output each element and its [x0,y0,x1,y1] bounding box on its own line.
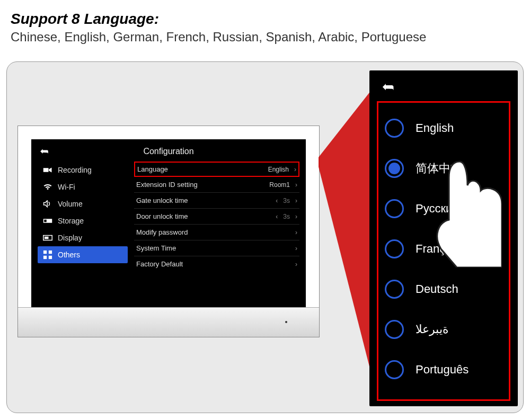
storage-icon [43,217,52,225]
settings-list: Language English › Extension ID setting … [128,162,299,294]
row-label: Factory Default [136,260,183,268]
sidebar-item-label: Storage [58,217,84,225]
language-option-portuguese[interactable]: Português [385,350,502,390]
language-option-chinese[interactable]: 简体中文 [385,148,502,189]
radio-icon [385,239,404,258]
back-icon[interactable]: ➦ [40,145,49,157]
row-label: Door unlock time [136,212,188,220]
sidebar-item-others[interactable]: Others [38,246,128,263]
svg-rect-1 [44,220,47,222]
radio-icon [385,280,404,299]
row-label: Extension ID setting [136,181,198,189]
row-extension[interactable]: Extension ID setting Room1 › [134,177,299,193]
row-gate[interactable]: Gate unlock time ‹ 3s › [134,193,299,209]
language-option-german[interactable]: Deutsch [385,269,502,309]
svg-rect-5 [49,251,52,254]
language-label: Deutsch [416,282,458,296]
chevron-right-icon[interactable]: › [295,197,297,204]
radio-icon [385,199,404,218]
language-label: Português [416,363,469,377]
grid-icon [43,251,52,258]
radio-icon [385,320,404,339]
device-bezel [18,307,319,337]
chevron-right-icon: › [295,229,297,236]
callout-wedge [319,83,377,396]
chevron-left-icon[interactable]: ‹ [276,213,278,220]
chevron-right-icon: › [295,245,297,252]
svg-marker-8 [319,83,377,396]
radio-icon [385,119,404,138]
chevron-right-icon: › [295,261,297,268]
language-label: ةيبرعلا [416,323,449,336]
sidebar-item-display[interactable]: Display [38,229,128,246]
svg-rect-3 [45,237,49,239]
page-subtitle: Chinese, English, German, French, Russia… [11,30,519,44]
chevron-right-icon[interactable]: › [295,213,297,220]
page-title: Support 8 Language: [11,11,519,28]
language-option-russian[interactable]: Русский [385,189,502,229]
language-option-arabic[interactable]: ةيبرعلا [385,309,502,350]
sidebar: Recording Wi-Fi Volume [38,162,128,294]
svg-rect-6 [43,256,47,259]
device-screen: ➦ Configuration Recording Wi-Fi [31,139,306,308]
sidebar-item-label: Wi-Fi [58,183,75,191]
row-label: System Time [136,244,176,252]
language-panel: ➦ English 简体中文 Русский Français Deutsch [369,70,518,406]
sidebar-item-label: Others [58,251,80,259]
back-icon[interactable]: ➦ [382,78,394,95]
svg-rect-7 [49,256,52,259]
chevron-right-icon: › [295,181,297,189]
sidebar-item-storage[interactable]: Storage [38,212,128,229]
language-label: Français [416,242,460,256]
chevron-left-icon[interactable]: ‹ [276,197,278,204]
language-option-english[interactable]: English [385,108,502,148]
row-value: 3s [283,213,290,220]
row-value: Room1 [269,181,290,189]
row-label: Gate unlock time [136,196,188,204]
row-door[interactable]: Door unlock time ‹ 3s › [134,209,299,225]
radio-icon [385,360,404,379]
language-label: 简体中文 [416,160,462,176]
configuration-title: Configuration [38,147,299,156]
row-value: 3s [283,197,290,204]
row-password[interactable]: Modify password › [134,225,299,240]
row-factory[interactable]: Factory Default › [134,256,299,272]
sidebar-item-recording[interactable]: Recording [38,162,128,178]
radio-icon [385,159,404,178]
row-value: English [268,166,289,173]
row-label: Language [137,165,168,173]
language-list: English 简体中文 Русский Français Deutsch ةي… [377,101,510,401]
sidebar-item-label: Volume [58,200,83,208]
row-systemtime[interactable]: System Time › [134,240,299,256]
wifi-icon [43,183,52,191]
chevron-right-icon: › [294,166,296,173]
row-language[interactable]: Language English › [134,162,299,177]
camera-icon [43,166,52,174]
language-option-french[interactable]: Français [385,229,502,269]
row-label: Modify password [136,228,188,236]
sidebar-item-wifi[interactable]: Wi-Fi [38,178,128,195]
product-frame: ➦ Configuration Recording Wi-Fi [6,61,524,413]
display-icon [43,234,52,242]
device-mic [285,321,287,323]
device: ➦ Configuration Recording Wi-Fi [17,126,320,337]
language-label: Русский [416,202,459,216]
sidebar-item-label: Recording [58,166,92,174]
svg-rect-4 [43,251,47,254]
sidebar-item-volume[interactable]: Volume [38,195,128,212]
volume-icon [43,200,52,208]
language-label: English [416,121,454,135]
sidebar-item-label: Display [58,234,82,242]
